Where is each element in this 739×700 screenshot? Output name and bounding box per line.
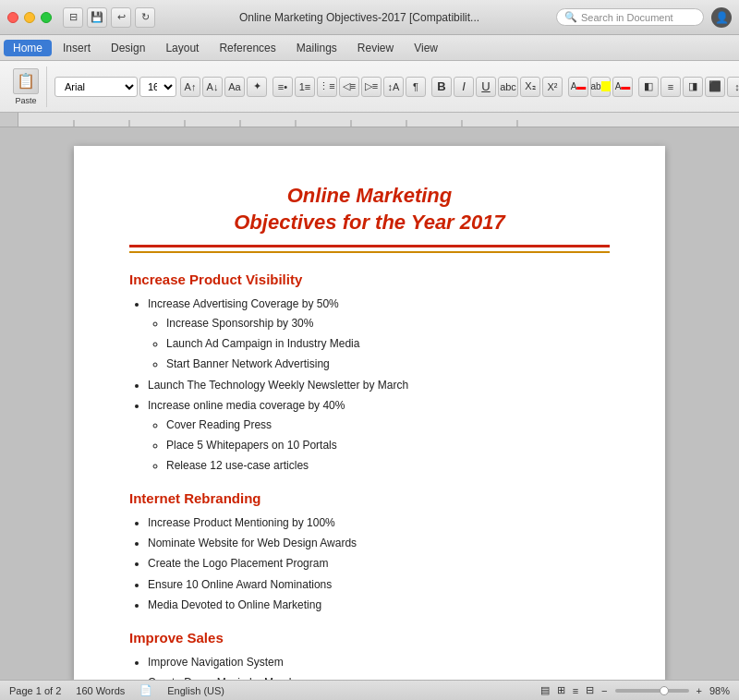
list-item: Media Devoted to Online Marketing: [148, 596, 610, 614]
zoom-plus[interactable]: +: [697, 685, 702, 696]
italic-button[interactable]: I: [454, 77, 474, 97]
section-1-list: Increase Advertising Coverage by 50% Inc…: [148, 295, 610, 476]
list-item: Cover Reading Press: [166, 416, 610, 434]
paste-label: Paste: [15, 96, 36, 105]
zoom-level: 98%: [709, 685, 730, 696]
zoom-minus[interactable]: −: [601, 685, 607, 696]
bold-button[interactable]: B: [431, 77, 452, 97]
numbering-button[interactable]: 1≡: [295, 77, 315, 97]
maximize-button[interactable]: [41, 12, 52, 23]
minimize-button[interactable]: [24, 12, 35, 23]
align-left-button[interactable]: ◧: [638, 77, 659, 97]
doc-container[interactable]: Online Marketing Objectives for the Year…: [18, 127, 721, 680]
section-heading-1: Increase Product Visibility: [129, 272, 610, 287]
decrease-indent-button[interactable]: ◁≡: [339, 77, 359, 97]
list-item: Start Banner Network Advertising: [166, 355, 610, 373]
menu-design[interactable]: Design: [102, 40, 154, 56]
ruler-row: [0, 113, 739, 127]
menu-bar: Home Insert Design Layout References Mai…: [0, 35, 739, 61]
multilevel-button[interactable]: ⋮≡: [317, 77, 337, 97]
list-item: Create the Logo Placement Program: [148, 554, 610, 573]
title-bar-icons: ⊟ 💾 ↩ ↻: [63, 7, 155, 28]
close-button[interactable]: [7, 12, 18, 23]
shrink-font-button[interactable]: A↓: [202, 77, 223, 97]
bullets-button[interactable]: ≡•: [273, 77, 293, 97]
ruler-corner: [0, 113, 18, 127]
view-icon-4[interactable]: ⊟: [586, 684, 594, 696]
list-item: Release 12 use-case articles: [166, 456, 610, 475]
paste-button[interactable]: 📋 Paste: [9, 66, 42, 107]
undo-icon[interactable]: ↩: [111, 7, 131, 28]
strikethrough-button[interactable]: abc: [498, 77, 518, 97]
menu-review[interactable]: Review: [348, 40, 403, 56]
doc-title: Online Marketing Objectives-2017 [Compat…: [163, 11, 556, 24]
align-center-button[interactable]: ≡: [660, 77, 681, 97]
increase-indent-button[interactable]: ▷≡: [361, 77, 382, 97]
font-group: Arial 16 A↑ A↓ Aa ✦ ≡• 1≡ ⋮≡ ◁≡ ▷≡ ↕A ¶ …: [51, 66, 739, 107]
section-heading-3: Improve Sales: [129, 630, 610, 646]
view-icon-2[interactable]: ⊞: [557, 684, 565, 696]
sort-button[interactable]: ↕A: [383, 77, 404, 97]
list-item: Launch Ad Campaign in Industry Media: [166, 334, 610, 353]
doc-title-line2: Objectives for the Year 2017: [234, 211, 505, 234]
sub-list: Increase Sponsorship by 30% Launch Ad Ca…: [166, 314, 610, 374]
doc-page: Online Marketing Objectives for the Year…: [74, 146, 665, 680]
redo-icon[interactable]: ↻: [135, 7, 155, 28]
zoom-slider[interactable]: [615, 689, 689, 693]
word-count: 160 Words: [76, 685, 125, 696]
list-item: Increase Sponsorship by 30%: [166, 314, 610, 332]
clear-format-button[interactable]: ✦: [247, 77, 267, 97]
search-bar[interactable]: 🔍 Search in Document: [556, 8, 704, 26]
user-icon[interactable]: 👤: [711, 7, 732, 28]
right-sidebar: [721, 127, 739, 680]
underline-button[interactable]: U: [476, 77, 496, 97]
left-sidebar: [0, 127, 18, 680]
justify-button[interactable]: ⬛: [705, 77, 725, 97]
paste-group: 📋 Paste: [6, 66, 47, 107]
toolbar: 📋 Paste Arial 16 A↑ A↓ Aa ✦ ≡• 1≡ ⋮≡ ◁≡ …: [0, 61, 739, 113]
page-info: Page 1 of 2: [9, 685, 61, 696]
list-item: Launch The Technology Weekly Newsletter …: [148, 376, 610, 394]
view-icon-3[interactable]: ≡: [573, 685, 578, 696]
menu-layout[interactable]: Layout: [156, 40, 208, 56]
list-item: Increase Product Mentioning by 100%: [148, 513, 610, 532]
sidebar-icon[interactable]: ⊟: [63, 7, 83, 28]
sub-list: Cover Reading Press Place 5 Whitepapers …: [166, 416, 610, 476]
language: English (US): [167, 685, 224, 696]
menu-home[interactable]: Home: [4, 40, 52, 56]
line-spacing-button[interactable]: ↕: [727, 77, 739, 97]
text-color-button[interactable]: A▬: [568, 77, 588, 97]
list-item: Nominate Website for Web Design Awards: [148, 534, 610, 552]
grow-font-button[interactable]: A↑: [180, 77, 200, 97]
show-paragraph-button[interactable]: ¶: [406, 77, 426, 97]
section-2-list: Increase Product Mentioning by 100% Nomi…: [148, 513, 610, 615]
list-item: Improve Navigation System: [148, 653, 610, 671]
menu-insert[interactable]: Insert: [54, 40, 100, 56]
status-bar: Page 1 of 2 160 Words 📄 English (US) ▤ ⊞…: [0, 680, 739, 700]
list-item: Increase online media coverage by 40% Co…: [148, 396, 610, 476]
doc-title-text: Online Marketing Objectives for the Year…: [129, 183, 610, 235]
font-size-selector[interactable]: 16: [139, 77, 176, 97]
ruler: [18, 113, 739, 127]
change-case-button[interactable]: Aa: [224, 77, 245, 97]
align-right-button[interactable]: ◨: [683, 77, 703, 97]
superscript-button[interactable]: X²: [542, 77, 563, 97]
list-item: Create Demo Movie by March: [148, 673, 610, 680]
menu-view[interactable]: View: [405, 40, 447, 56]
list-item: Place 5 Whitepapers on 10 Portals: [166, 436, 610, 454]
menu-references[interactable]: References: [210, 40, 285, 56]
svg-rect-0: [18, 113, 739, 127]
search-icon: 🔍: [564, 11, 577, 23]
menu-mailings[interactable]: Mailings: [287, 40, 346, 56]
subscript-button[interactable]: X₂: [520, 77, 540, 97]
title-underline-1: [129, 245, 610, 247]
doc-layout-icon[interactable]: 📄: [139, 684, 152, 696]
save-icon[interactable]: 💾: [87, 7, 107, 28]
font-color-button[interactable]: A▬: [612, 77, 633, 97]
font-selector[interactable]: Arial: [55, 77, 138, 97]
highlight-button[interactable]: ab▬: [590, 77, 611, 97]
zoom-thumb: [660, 686, 669, 695]
view-icon-1[interactable]: ▤: [540, 684, 550, 696]
title-bar: ⊟ 💾 ↩ ↻ Online Marketing Objectives-2017…: [0, 0, 739, 35]
status-bar-right: ▤ ⊞ ≡ ⊟ − + 98%: [540, 684, 730, 696]
